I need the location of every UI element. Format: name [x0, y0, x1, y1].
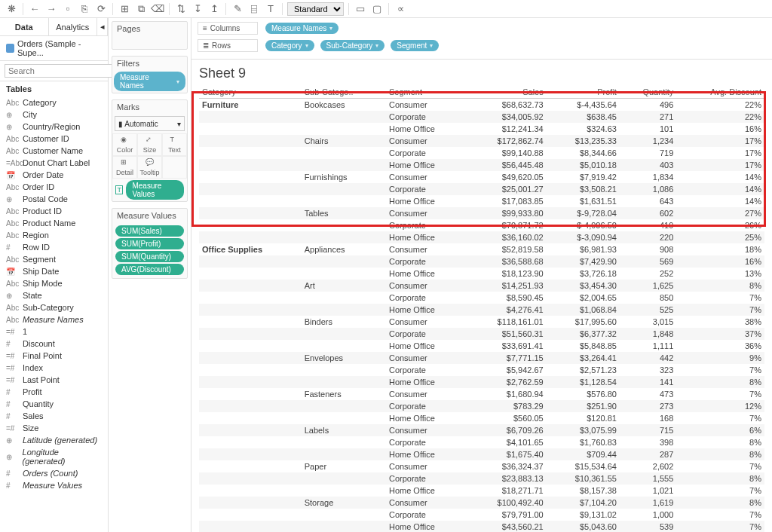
field-item[interactable]: AbcSegment [0, 253, 108, 265]
column-header[interactable]: Segment [386, 86, 466, 99]
table-row[interactable]: Home Office$17,083.85$1,631.5164314% [199, 195, 764, 207]
tab-collapse-icon[interactable]: ◂ [97, 18, 108, 35]
field-item[interactable]: ⊕Longitude (generated) [0, 446, 108, 467]
back-icon[interactable]: ← [28, 2, 41, 16]
table-row[interactable]: Home Office$18,271.71$8,157.381,0217% [199, 485, 764, 497]
table-row[interactable]: ChairsConsumer$172,862.74$13,235.331,234… [199, 135, 764, 147]
rows-shelf[interactable]: Category▾Sub-Category▾Segment▾ [264, 38, 440, 53]
table-row[interactable]: Corporate$99,140.88$8,344.6671917% [199, 147, 764, 159]
field-item[interactable]: 📅Ship Date [0, 265, 108, 277]
field-item[interactable]: =AbcDonut Chart Label [0, 157, 108, 169]
field-item[interactable]: #Discount [0, 338, 108, 350]
field-item[interactable]: 📅Order Date [0, 169, 108, 181]
field-item[interactable]: =#Final Point [0, 350, 108, 362]
field-item[interactable]: =#1 [0, 326, 108, 338]
table-row[interactable]: StorageConsumer$100,492.40$7,104.201,619… [199, 497, 764, 509]
table-row[interactable]: TablesConsumer$99,933.80$-9,728.0460227% [199, 207, 764, 219]
sheet-body[interactable]: Sheet 9 CategorySub-Catego..SegmentSales… [191, 60, 772, 532]
shelf-pill[interactable]: Sub-Category▾ [320, 40, 385, 51]
field-item[interactable]: ⊕Country/Region [0, 121, 108, 133]
new-worksheet-icon[interactable]: ⊞ [118, 2, 131, 16]
field-item[interactable]: AbcProduct Name [0, 217, 108, 229]
marks-cell-color[interactable]: ◉Color [112, 133, 137, 156]
presentation-icon[interactable]: ▢ [370, 2, 384, 16]
table-row[interactable]: EnvelopesConsumer$7,771.15$3,264.414429% [199, 352, 764, 364]
forward-icon[interactable]: → [44, 2, 58, 16]
field-item[interactable]: #Row ID [0, 241, 108, 253]
field-item[interactable]: AbcProduct ID [0, 205, 108, 217]
table-row[interactable]: Home Office$18,123.90$3,726.1825213% [199, 268, 764, 280]
field-item[interactable]: AbcCustomer Name [0, 145, 108, 157]
fit-width-icon[interactable]: ▭ [354, 2, 367, 16]
column-header[interactable]: Avg. Discount [676, 86, 764, 99]
table-row[interactable]: FurnishingsConsumer$49,620.05$7,919.421,… [199, 171, 764, 183]
mv-pill[interactable]: SUM(Profit) [115, 238, 184, 249]
table-row[interactable]: Home Office$33,691.41$5,848.851,11136% [199, 340, 764, 352]
table-row[interactable]: Home Office$2,762.59$1,128.541418% [199, 376, 764, 388]
search-input[interactable] [5, 64, 116, 78]
sort-asc-icon[interactable]: ↧ [191, 2, 204, 16]
tab-analytics[interactable]: Analytics [49, 18, 98, 35]
table-row[interactable]: LabelsConsumer$6,709.26$3,075.997156% [199, 424, 764, 436]
filters-card[interactable]: Filters Measure Names ▾ [112, 56, 188, 93]
field-item[interactable]: #Orders (Count) [0, 467, 108, 479]
shelf-pill[interactable]: Category▾ [265, 40, 314, 51]
table-row[interactable]: Corporate$23,883.13$10,361.551,5558% [199, 472, 764, 485]
marks-cell-size[interactable]: ⤢Size [137, 133, 162, 156]
table-row[interactable]: Home Office$56,445.48$5,010.1840317% [199, 159, 764, 171]
columns-shelf[interactable]: Measure Names▾ [264, 21, 340, 35]
tab-data[interactable]: Data [0, 18, 49, 35]
table-row[interactable]: PaperConsumer$36,324.37$15,534.642,6027% [199, 460, 764, 472]
new-data-icon[interactable]: ⎘ [78, 2, 91, 16]
clear-icon[interactable]: ⌫ [151, 2, 164, 16]
table-row[interactable]: Corporate$4,101.65$1,760.833988% [199, 436, 764, 448]
table-row[interactable]: ArtConsumer$14,251.93$3,454.301,6258% [199, 280, 764, 292]
columns-shelf-label[interactable]: ≡ Columns [198, 22, 258, 35]
table-row[interactable]: BindersConsumer$118,161.01$17,995.603,01… [199, 316, 764, 328]
table-row[interactable]: Corporate$34,005.92$638.4527122% [199, 111, 764, 123]
field-item[interactable]: #Profit [0, 386, 108, 398]
field-item[interactable]: AbcRegion [0, 229, 108, 241]
table-row[interactable]: Corporate$5,942.67$2,571.233237% [199, 364, 764, 376]
save-icon[interactable]: ▫ [61, 2, 75, 16]
table-row[interactable]: FurnitureBookcasesConsumer$68,632.73$-4,… [199, 99, 764, 112]
table-row[interactable]: Home Office$4,276.41$1,068.845257% [199, 304, 764, 316]
field-item[interactable]: AbcSub-Category [0, 301, 108, 313]
table-row[interactable]: Home Office$12,241.34$324.6310116% [199, 123, 764, 135]
table-row[interactable]: Corporate$70,871.72$-4,906.5041926% [199, 219, 764, 231]
table-row[interactable]: Corporate$51,560.31$6,377.321,84837% [199, 328, 764, 340]
pages-card[interactable]: Pages [112, 21, 188, 50]
table-row[interactable]: FastenersConsumer$1,680.94$576.804737% [199, 388, 764, 400]
field-item[interactable]: ⊕Latitude (generated) [0, 434, 108, 446]
swap-icon[interactable]: ⇅ [174, 2, 188, 16]
shelf-pill[interactable]: Segment▾ [391, 40, 439, 51]
field-item[interactable]: AbcOrder ID [0, 181, 108, 193]
field-item[interactable]: AbcMeasure Names [0, 313, 108, 326]
marks-cell-tooltip[interactable]: 💬Tooltip [137, 156, 162, 179]
sheet-title[interactable]: Sheet 9 [199, 66, 764, 81]
column-header[interactable]: Category [199, 86, 302, 99]
field-item[interactable]: ⊕City [0, 109, 108, 121]
column-header[interactable]: Sales [466, 86, 547, 99]
mv-pill[interactable]: SUM(Quantity) [115, 251, 184, 262]
filter-pill-measure-names[interactable]: Measure Names ▾ [114, 72, 185, 91]
table-row[interactable]: Corporate$79,791.00$9,131.021,0007% [199, 509, 764, 521]
table-row[interactable]: Corporate$25,001.27$3,508.211,08614% [199, 183, 764, 195]
table-row[interactable]: Home Office$36,160.02$-3,090.9422025% [199, 231, 764, 243]
sort-desc-icon[interactable]: ↥ [207, 2, 221, 16]
highlight-icon[interactable]: ✎ [231, 2, 244, 16]
column-header[interactable]: Sub-Catego.. [302, 86, 386, 99]
table-row[interactable]: Corporate$783.29$251.9027312% [199, 400, 764, 412]
duplicate-icon[interactable]: ⧉ [134, 2, 148, 16]
marks-type-select[interactable]: ▮ Automatic▾ [115, 116, 185, 131]
field-item[interactable]: AbcShip Mode [0, 277, 108, 289]
field-item[interactable]: #Sales [0, 410, 108, 422]
table-row[interactable]: Home Office$560.05$120.811687% [199, 412, 764, 424]
shelf-pill[interactable]: Measure Names▾ [265, 23, 339, 34]
field-item[interactable]: =#Last Point [0, 374, 108, 386]
table-row[interactable]: Corporate$8,590.45$2,004.658507% [199, 292, 764, 304]
share-icon[interactable]: ∝ [394, 2, 407, 16]
field-item[interactable]: ⊕State [0, 289, 108, 301]
pill-measure-values[interactable]: Measure Values [126, 180, 184, 200]
measure-values-on-text[interactable]: T Measure Values [112, 179, 187, 201]
